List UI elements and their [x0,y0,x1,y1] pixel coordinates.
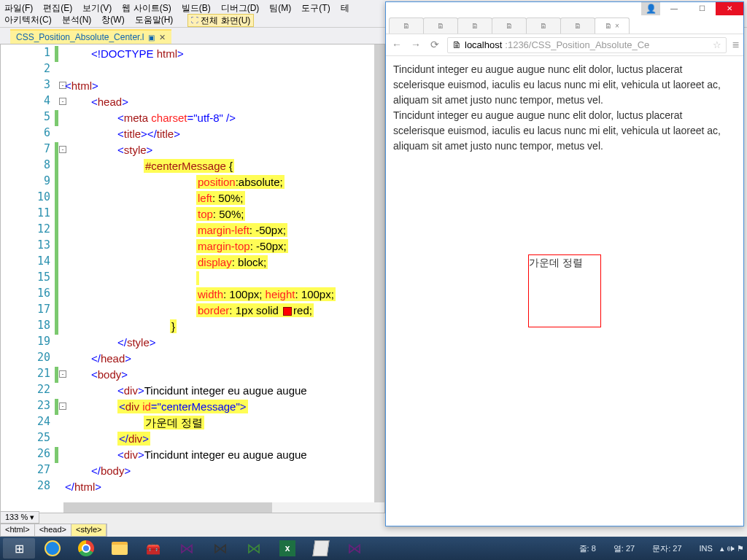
code-line[interactable]: width: 100px; height: 100px; [196,287,336,302]
paragraph: Tincidunt integer eu augue augue nunc el… [393,62,736,108]
taskbar-vs2[interactable]: ⋈ [204,538,236,559]
code-line[interactable]: top: 50%; [196,206,245,222]
taskbar-ie[interactable] [36,538,69,559]
code-line[interactable]: <div id="centerMessage"> [117,399,248,414]
taskbar-vs4[interactable]: ⋈ [338,538,371,559]
pin-icon[interactable]: ▣ [148,34,155,42]
url-input[interactable]: 🗎 localhost:1236/CSS_Position_Absolute_C… [447,37,727,53]
taskbar-chrome[interactable] [70,538,102,559]
menu-item[interactable]: 파일(F) [4,2,33,14]
breadcrumb-html[interactable]: <html> [1,524,35,536]
url-host: localhost [465,37,502,53]
status-line: 줄: 8 [579,543,596,554]
code-line[interactable]: </head> [91,351,131,366]
code-line[interactable]: <html> [65,78,98,93]
code-line[interactable]: #centerMessage { [144,158,234,174]
menu-item[interactable]: 테 [341,2,349,14]
code-line[interactable]: <div>Tincidunt integer eu augue augue [117,383,307,398]
status-bar: 줄: 8 열: 27 문자: 27 INS [579,543,719,554]
paragraph: Tincidunt integer eu augue augue nunc el… [393,108,736,154]
status-col: 열: 27 [614,543,635,554]
code-line[interactable]: } [170,319,177,334]
browser-tab-strip: 🗎 🗎 🗎 🗎 🗎 🗎 🗎× [386,15,743,34]
code-line[interactable]: </div> [117,431,150,446]
reload-button[interactable]: ⟳ [428,39,441,52]
menu-item[interactable]: 편집(E) [43,2,72,14]
code-line[interactable]: <body> [91,367,128,382]
code-line[interactable]: </html> [65,479,101,494]
code-line[interactable]: border: 1px solid red; [196,303,314,318]
address-bar: ← → ⟳ 🗎 localhost:1236/CSS_Position_Abso… [386,34,743,56]
url-path: :1236/CSS_Position_Absolute_Ce [505,37,649,53]
browser-tab-active[interactable]: 🗎× [595,18,630,34]
maximize-button[interactable]: ☐ [688,2,716,15]
browser-tab[interactable]: 🗎 [560,18,595,34]
element-breadcrumb[interactable]: <html> <head> <style> [0,524,107,537]
browser-tab[interactable]: 🗎 [492,18,527,34]
document-tab[interactable]: CSS_Position_Absolute_Center.l ▣ ✕ [10,29,171,44]
status-char: 문자: 27 [652,543,681,554]
taskbar-notepad[interactable] [305,538,337,559]
menu-item[interactable]: 보기(V) [82,2,112,14]
browser-window: 👤 — ☐ ✕ 🗎 🗎 🗎 🗎 🗎 🗎 🗎× ← → ⟳ 🗎 localhost… [385,1,744,526]
browser-page: Tincidunt integer eu augue augue nunc el… [386,56,743,526]
breadcrumb-head[interactable]: <head> [35,524,71,536]
center-message-box: 가운데 정렬 [528,254,601,327]
menu-item[interactable]: 빌드(B) [182,2,211,14]
code-line[interactable]: <head> [91,94,128,109]
code-line[interactable]: margin-top: -50px; [196,238,288,254]
menu-item[interactable]: 분석(N) [62,14,92,27]
breadcrumb-style[interactable]: <style> [71,524,107,536]
menu-icon[interactable]: ≡ [732,39,739,52]
code-line[interactable]: <div>Tincidunt integer eu augue augue [117,447,307,462]
zoom-level[interactable]: 133 % ▾ [0,511,39,524]
browser-tab[interactable]: 🗎 [457,18,492,34]
code-line[interactable]: <title></title> [117,126,180,141]
taskbar-vs1[interactable]: ⋈ [171,538,203,559]
close-icon[interactable]: ✕ [159,33,166,42]
menu-item[interactable]: 팀(M) [269,2,291,14]
document-tab-title: CSS_Position_Absolute_Center.l [16,32,144,42]
code-line[interactable]: position:absolute; [196,174,285,190]
taskbar: ⊞ 🧰 ⋈ ⋈ ⋈ x ⋈ 줄: 8 열: 27 문자: 27 INS ▴ 🕪 … [0,537,747,560]
avatar-icon[interactable]: 👤 [641,2,660,15]
taskbar-vs3[interactable]: ⋈ [238,538,270,559]
code-line[interactable]: <meta charset="utf-8" /> [117,110,236,125]
code-line[interactable]: margin-left: -50px; [196,222,287,238]
code-line[interactable]: 가운데 정렬 [144,415,204,430]
center-message-text: 가운데 정렬 [529,257,583,268]
code-line[interactable]: </body> [91,463,131,478]
close-button[interactable]: ✕ [716,2,743,15]
code-line[interactable]: display: block; [196,254,268,270]
code-line[interactable]: </style> [117,335,156,350]
back-button[interactable]: ← [390,39,403,52]
forward-button[interactable]: → [409,39,422,52]
code-line[interactable]: left: 50%; [196,190,245,206]
browser-tab[interactable]: 🗎 [389,18,424,34]
vertical-scrollbar[interactable] [374,44,384,502]
code-line[interactable]: <!DOCTYPE html> [91,46,184,61]
menu-item[interactable]: 디버그(D) [221,2,260,14]
code-editor[interactable]: 123-4-567-89101112131415161718192021-222… [0,44,385,513]
taskbar-explorer[interactable] [104,538,136,559]
fullscreen-button[interactable]: ⛶전체 화면(U) [187,14,254,27]
menu-item[interactable]: 아키텍처(C) [4,14,52,27]
taskbar-excel[interactable]: x [271,538,303,559]
system-tray[interactable]: ▴ 🕪 ⚑ [720,544,744,553]
status-ins: INS [700,544,713,553]
browser-tab[interactable]: 🗎 [423,18,458,34]
menu-item[interactable]: 창(W) [101,14,124,27]
menu-item[interactable]: 도구(T) [301,2,330,14]
menu-item[interactable]: 도움말(H) [135,14,174,27]
page-icon: 🗎 [452,37,462,53]
menu-item[interactable]: 웹 사이트(S) [122,2,171,14]
start-button[interactable]: ⊞ [3,538,35,559]
star-icon[interactable]: ☆ [713,37,721,53]
code-line[interactable] [196,271,199,286]
browser-tab[interactable]: 🗎 [526,18,561,34]
taskbar-tools[interactable]: 🧰 [137,538,169,559]
minimize-button[interactable]: — [660,2,688,15]
code-line[interactable]: <style> [117,142,152,158]
horizontal-scrollbar[interactable] [63,502,384,513]
close-icon[interactable]: × [615,22,619,30]
